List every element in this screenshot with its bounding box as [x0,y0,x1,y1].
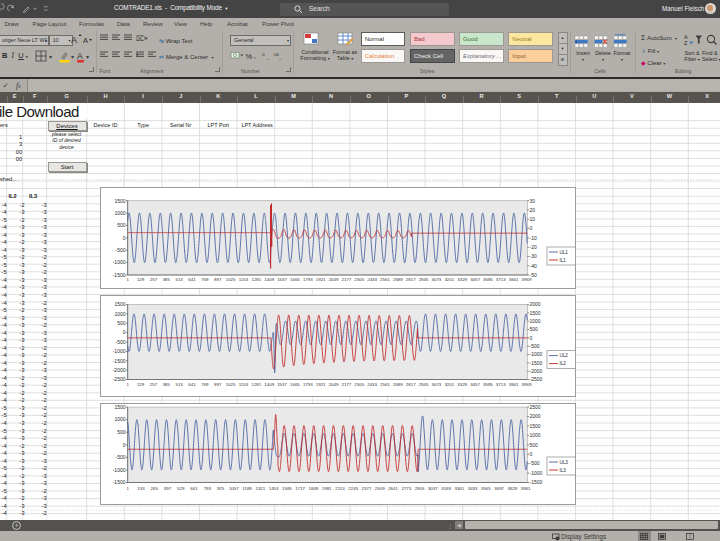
svg-text:-500: -500 [530,343,540,349]
svg-text:2000: 2000 [530,413,541,419]
svg-text:385: 385 [163,277,171,282]
svg-text:UL3: UL3 [560,459,569,464]
svg-text:-1500: -1500 [113,272,126,278]
svg-text:3073: 3073 [432,381,442,386]
svg-text:.0: .0 [261,52,265,57]
svg-text:▾: ▾ [71,54,74,60]
svg-text:1: 1 [126,381,129,386]
svg-text:3961: 3961 [521,486,531,491]
svg-text:3201: 3201 [444,277,454,282]
svg-text:1849: 1849 [309,486,319,491]
svg-text:0: 0 [123,441,126,447]
svg-text:3969: 3969 [522,277,532,282]
svg-text:1000: 1000 [114,210,125,216]
svg-text:1025: 1025 [226,381,236,386]
svg-text:3829: 3829 [508,486,518,491]
svg-text:‚: ‚ [254,50,256,59]
svg-text:1000: 1000 [530,432,541,438]
svg-text:-500: -500 [115,339,125,345]
svg-text:500: 500 [117,223,126,229]
svg-text:2905: 2905 [415,486,425,491]
svg-text:-1000: -1000 [530,351,543,357]
svg-text:2561: 2561 [380,277,390,282]
svg-text:1281: 1281 [251,277,261,282]
svg-text:1500: 1500 [530,309,541,315]
svg-text:1500: 1500 [530,422,541,428]
svg-text:1000: 1000 [530,318,541,324]
svg-text:397: 397 [164,486,172,491]
svg-text:-500: -500 [115,247,125,253]
svg-text:2945: 2945 [419,277,429,282]
svg-text:2177: 2177 [341,277,351,282]
svg-text:133: 133 [137,486,145,491]
svg-text:-1500: -1500 [113,479,126,485]
svg-text:2000: 2000 [530,301,541,307]
svg-text:-10: -10 [530,235,537,241]
svg-text:-500: -500 [530,460,540,466]
svg-text:3969: 3969 [522,381,532,386]
svg-text:513: 513 [175,277,183,282]
svg-text:2113: 2113 [335,486,345,491]
svg-text:1537: 1537 [277,381,287,386]
svg-text:2817: 2817 [406,381,416,386]
svg-text:661: 661 [190,486,198,491]
svg-text:500: 500 [117,320,126,326]
svg-text:▾: ▾ [86,54,89,60]
svg-text:10: 10 [530,216,536,222]
svg-text:-40: -40 [530,263,537,269]
svg-text:1000: 1000 [114,416,125,422]
svg-text:2641: 2641 [388,486,398,491]
svg-text:0: 0 [123,235,126,241]
svg-text:500: 500 [530,441,539,447]
svg-text:2500: 2500 [530,404,541,410]
svg-text:1921: 1921 [316,277,326,282]
svg-text:3301: 3301 [454,486,464,491]
svg-text:1: 1 [126,277,129,282]
svg-text:1189: 1189 [242,486,252,491]
svg-text:129: 129 [137,277,145,282]
svg-text:1281: 1281 [251,381,261,386]
svg-text:2305: 2305 [354,277,364,282]
svg-text:3565: 3565 [481,486,491,491]
svg-text:-1000: -1000 [113,466,126,472]
svg-text:2433: 2433 [367,277,377,282]
svg-text:385: 385 [163,381,171,386]
svg-text:1500: 1500 [114,404,125,410]
svg-text:-1500: -1500 [113,357,126,363]
svg-text:-2500: -2500 [113,376,126,382]
svg-text:3169: 3169 [441,486,451,491]
svg-text:3329: 3329 [457,277,467,282]
svg-text:1153: 1153 [239,381,249,386]
svg-text:3433: 3433 [468,486,478,491]
svg-text:-1500: -1500 [530,479,543,485]
svg-text:265: 265 [151,486,159,491]
svg-text:-2000: -2000 [113,367,126,373]
svg-text:257: 257 [150,381,158,386]
svg-text:529: 529 [177,486,185,491]
svg-text:769: 769 [201,277,209,282]
svg-text:2049: 2049 [329,277,339,282]
svg-text:UL2: UL2 [560,353,569,358]
svg-text:IL1: IL1 [560,258,567,263]
svg-text:2177: 2177 [341,381,351,386]
svg-text:2049: 2049 [329,381,339,386]
svg-text:-20: -20 [530,244,537,250]
svg-text:3073: 3073 [432,277,442,282]
svg-text:1665: 1665 [290,381,300,386]
svg-text:▾: ▾ [49,54,52,60]
svg-text:-1000: -1000 [530,470,543,476]
svg-text:3713: 3713 [496,381,506,386]
svg-text:1057: 1057 [229,486,239,491]
svg-text:1409: 1409 [264,381,274,386]
svg-text:257: 257 [150,277,158,282]
svg-text:2689: 2689 [393,381,403,386]
svg-text:1000: 1000 [114,310,125,316]
svg-text:129: 129 [137,381,145,386]
svg-text:-2000: -2000 [530,368,543,374]
svg-text:3329: 3329 [457,381,467,386]
svg-text:1981: 1981 [322,486,332,491]
svg-text:1921: 1921 [316,381,326,386]
svg-text:1585: 1585 [282,486,292,491]
svg-text:30: 30 [530,198,536,204]
svg-text:2245: 2245 [348,486,358,491]
